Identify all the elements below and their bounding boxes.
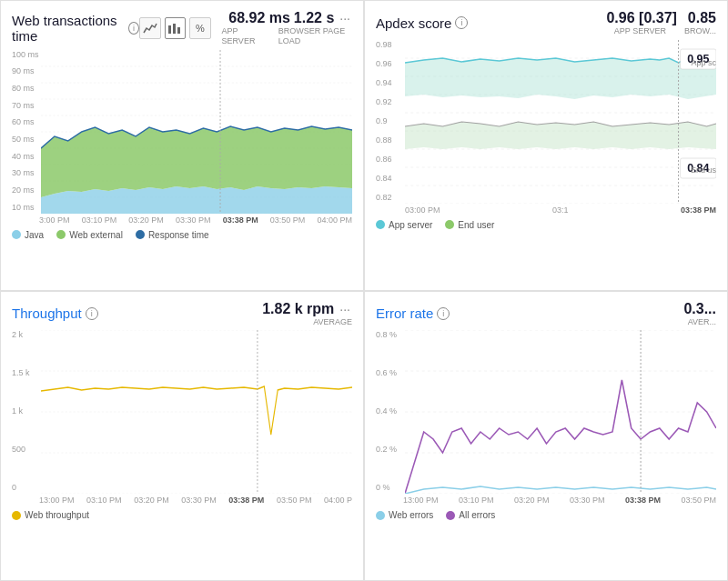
percent-label: % <box>196 23 205 34</box>
apdex-title: Apdex score <box>376 15 451 31</box>
svg-marker-25 <box>405 58 716 99</box>
throughput-chart: 2 k 1.5 k 1 k 500 0 <box>12 330 352 494</box>
throughput-label: AVERAGE <box>313 317 352 327</box>
legend-app-server-label: App server <box>389 220 432 230</box>
apdex-browser-value: 0.85 <box>688 10 716 26</box>
error-rate-header: Error rate i 0.3... AVER... <box>376 301 716 327</box>
error-rate-chart: 0.8 % 0.6 % 0.4 % 0.2 % 0 % <box>376 330 716 494</box>
percent-button[interactable]: % <box>189 17 211 39</box>
wt-svg <box>41 50 352 214</box>
apdex-y-axis: 0.98 0.96 0.94 0.92 0.9 0.88 0.86 0.84 0… <box>376 40 392 204</box>
apdex-header: Apdex score i 0.96 [0.37] 0.85 APP SERVE… <box>376 10 716 36</box>
legend-all-errors-dot <box>446 511 455 520</box>
apdex-browser-label: BROW... <box>684 26 716 36</box>
legend-all-errors: All errors <box>446 510 495 520</box>
svg-rect-1 <box>173 24 176 34</box>
app-server-value: 68.92 ms <box>228 10 290 26</box>
legend-web-errors: Web errors <box>376 510 433 520</box>
bar-chart-button[interactable] <box>165 17 187 39</box>
svg-rect-2 <box>177 27 180 34</box>
web-transactions-panel: Web transactions time i % 68.92 ms 1.22 … <box>0 0 364 291</box>
legend-all-errors-label: All errors <box>459 510 495 520</box>
legend-app-server: App server <box>376 220 432 230</box>
svg-marker-14 <box>41 126 352 197</box>
dashboard: Web transactions time i % 68.92 ms 1.22 … <box>0 0 728 581</box>
throughput-chart-inner <box>41 330 352 494</box>
legend-end-user-label: End user <box>458 220 494 230</box>
svg-marker-26 <box>405 122 716 149</box>
throughput-x-axis: 13:00 PM 03:10 PM 03:20 PM 03:30 PM 03:3… <box>12 496 352 505</box>
error-rate-title: Error rate <box>376 306 433 321</box>
legend-web-external-dot <box>56 230 66 239</box>
more-options-button[interactable]: ··· <box>338 11 352 25</box>
apdex-info-icon[interactable]: i <box>455 16 468 29</box>
apdex-svg: 0.95 0.84 <box>405 40 716 204</box>
wt-y-axis: 100 ms 90 ms 80 ms 70 ms 60 ms 50 ms 40 … <box>12 50 39 214</box>
error-rate-svg <box>405 330 716 494</box>
web-transactions-chart: 100 ms 90 ms 80 ms 70 ms 60 ms 50 ms 40 … <box>12 50 352 214</box>
apdex-app-server-value: 0.96 [0.37] <box>606 10 676 26</box>
apdex-legend: App server End user <box>376 220 716 230</box>
legend-java-label: Java <box>25 230 44 240</box>
browser-load-label: BROWSER PAGE LOAD <box>278 26 352 46</box>
throughput-more-button[interactable]: ··· <box>338 302 352 316</box>
legend-java-dot <box>12 230 21 239</box>
web-transactions-header: Web transactions time i % 68.92 ms 1.22 … <box>12 10 352 46</box>
legend-app-server-dot <box>376 220 385 229</box>
apdex-end-user-tooltip: End us <box>691 165 716 175</box>
legend-end-user: End user <box>445 220 494 230</box>
apdex-chart-inner: 0.95 0.84 App sc End us <box>405 40 716 204</box>
line-chart-button[interactable] <box>139 17 161 39</box>
legend-web-throughput-label: Web throughput <box>25 510 89 520</box>
throughput-svg <box>41 330 352 494</box>
error-rate-chart-inner <box>405 330 716 494</box>
legend-web-throughput-dot <box>12 511 21 520</box>
apdex-app-server-label: APP SERVER <box>614 26 666 36</box>
throughput-header: Throughput i 1.82 k rpm ··· AVERAGE <box>12 301 352 327</box>
browser-load-value: 1.22 s <box>294 10 334 26</box>
legend-response-time-label: Response time <box>148 230 209 240</box>
web-transactions-info-icon[interactable]: i <box>128 22 139 35</box>
apdex-panel: Apdex score i 0.96 [0.37] 0.85 APP SERVE… <box>364 0 728 291</box>
wt-legend: Java Web external Response time <box>12 230 352 240</box>
throughput-title: Throughput <box>12 306 82 321</box>
wt-chart-inner <box>41 50 352 214</box>
throughput-y-axis: 2 k 1.5 k 1 k 500 0 <box>12 330 30 494</box>
legend-end-user-dot <box>445 220 454 229</box>
error-rate-label: AVER... <box>688 317 716 327</box>
title-row: Web transactions time i <box>12 13 139 44</box>
legend-web-errors-dot <box>376 511 385 520</box>
throughput-value: 1.82 k rpm <box>262 301 334 317</box>
legend-response-time-dot <box>136 230 145 239</box>
app-server-label: APP SERVER <box>222 26 264 46</box>
web-transactions-controls: % 68.92 ms 1.22 s ··· APP SERVER BROWSER… <box>139 10 352 46</box>
legend-web-external: Web external <box>56 230 123 240</box>
legend-java: Java <box>12 230 44 240</box>
error-rate-x-axis: 13:00 PM 03:10 PM 03:20 PM 03:30 PM 03:3… <box>376 496 716 505</box>
throughput-legend: Web throughput <box>12 510 352 520</box>
legend-response-time: Response time <box>136 230 209 240</box>
apdex-x-axis: 03:00 PM 03:1 03:38 PM <box>376 205 716 215</box>
web-transactions-title: Web transactions time <box>12 13 125 44</box>
apdex-chart: 0.98 0.96 0.94 0.92 0.9 0.88 0.86 0.84 0… <box>376 40 716 204</box>
throughput-info-icon[interactable]: i <box>86 307 98 320</box>
legend-web-errors-label: Web errors <box>389 510 433 520</box>
error-rate-legend: Web errors All errors <box>376 510 716 520</box>
wt-x-axis: 3:00 PM 03:10 PM 03:20 PM 03:30 PM 03:38… <box>12 215 352 225</box>
error-rate-y-axis: 0.8 % 0.6 % 0.4 % 0.2 % 0 % <box>376 330 397 494</box>
legend-web-external-label: Web external <box>69 230 123 240</box>
svg-rect-0 <box>168 25 171 34</box>
throughput-panel: Throughput i 1.82 k rpm ··· AVERAGE 2 k … <box>0 291 364 582</box>
legend-web-throughput: Web throughput <box>12 510 89 520</box>
apdex-app-server-tooltip: App sc <box>691 58 716 67</box>
error-rate-info-icon[interactable]: i <box>437 307 450 320</box>
error-rate-panel: Error rate i 0.3... AVER... 0.8 % 0.6 % … <box>364 291 728 582</box>
error-rate-value: 0.3... <box>683 301 716 317</box>
